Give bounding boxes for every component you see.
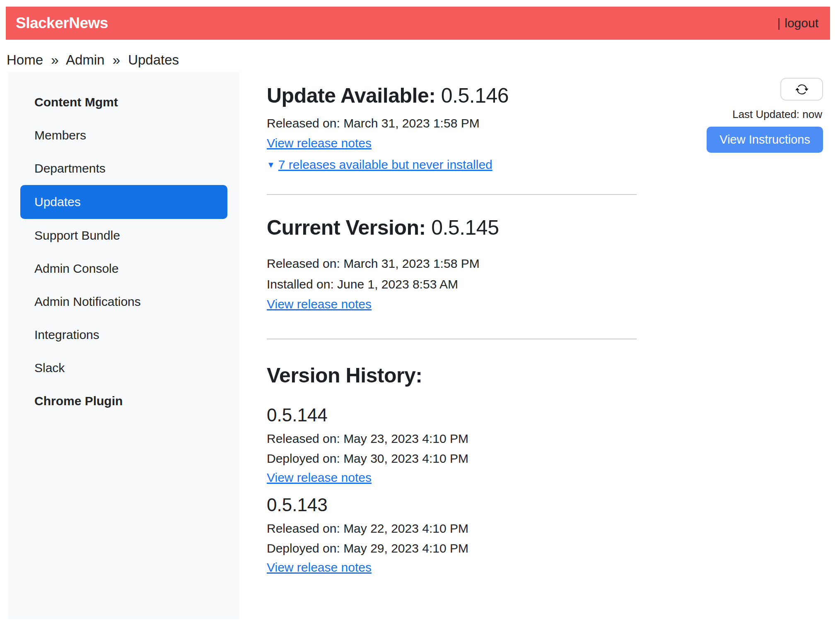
current-release-notes-link[interactable]: View release notes	[267, 297, 372, 311]
version-history-entry: 0.5.143 Released on: May 22, 2023 4:10 P…	[267, 495, 823, 575]
breadcrumb: Home » Admin » Updates	[7, 52, 840, 68]
breadcrumb-separator: »	[113, 52, 120, 67]
refresh-icon	[795, 83, 809, 96]
sidebar-item-admin-console[interactable]: Admin Console	[8, 252, 239, 285]
never-installed-releases-link[interactable]: ▼7 releases available but never installe…	[267, 158, 492, 171]
logout-separator: |	[777, 16, 780, 30]
breadcrumb-admin[interactable]: Admin	[66, 52, 105, 67]
update-actions: Last Updated: now View Instructions	[707, 78, 823, 153]
main-content: Last Updated: now View Instructions Upda…	[239, 72, 840, 582]
caret-down-icon: ▼	[267, 160, 275, 170]
sidebar-item-support-bundle[interactable]: Support Bundle	[8, 219, 239, 252]
last-updated-text: Last Updated: now	[732, 108, 822, 121]
sidebar-item-slack[interactable]: Slack	[8, 351, 239, 385]
refresh-button[interactable]	[780, 78, 823, 101]
update-available-label: Update Available:	[267, 84, 435, 107]
history-released-on: Released on: May 23, 2023 4:10 PM	[267, 430, 823, 447]
sidebar-item-integrations[interactable]: Integrations	[8, 318, 239, 351]
history-release-notes-link[interactable]: View release notes	[267, 471, 372, 484]
sidebar-nav: Content Mgmt Members Departments Updates…	[8, 72, 239, 619]
history-deployed-on: Deployed on: May 29, 2023 4:10 PM	[267, 540, 823, 557]
view-instructions-button[interactable]: View Instructions	[707, 127, 823, 153]
version-history-entry: 0.5.144 Released on: May 23, 2023 4:10 P…	[267, 405, 823, 485]
history-released-on: Released on: May 22, 2023 4:10 PM	[267, 520, 823, 537]
update-release-notes-link[interactable]: View release notes	[267, 136, 372, 150]
history-release-notes-link[interactable]: View release notes	[267, 560, 372, 574]
breadcrumb-updates: Updates	[128, 52, 179, 67]
never-installed-releases-label: 7 releases available but never installed	[278, 158, 492, 171]
page-layout: Content Mgmt Members Departments Updates…	[8, 72, 840, 619]
sidebar-item-members[interactable]: Members	[8, 119, 239, 152]
logout-link[interactable]: | logout	[777, 16, 818, 30]
current-released-on: Released on: March 31, 2023 1:58 PM	[267, 255, 823, 272]
section-divider	[267, 339, 637, 339]
current-version-number: 0.5.145	[431, 216, 499, 239]
sidebar-item-departments[interactable]: Departments	[8, 152, 239, 185]
breadcrumb-home[interactable]: Home	[7, 52, 43, 67]
sidebar-item-chrome-plugin[interactable]: Chrome Plugin	[8, 385, 239, 418]
history-version-number: 0.5.143	[267, 495, 823, 515]
brand-title[interactable]: SlackerNews	[16, 14, 108, 32]
current-installed-on: Installed on: June 1, 2023 8:53 AM	[267, 276, 823, 293]
version-history-heading: Version History:	[267, 363, 823, 387]
history-version-number: 0.5.144	[267, 405, 823, 425]
app-header: SlackerNews | logout	[6, 7, 830, 40]
update-available-version: 0.5.146	[441, 84, 509, 107]
breadcrumb-separator: »	[51, 52, 58, 67]
sidebar-item-content-mgmt[interactable]: Content Mgmt	[8, 86, 239, 119]
current-version-label: Current Version:	[267, 216, 426, 239]
sidebar-item-updates[interactable]: Updates	[20, 185, 227, 219]
sidebar-item-admin-notifications[interactable]: Admin Notifications	[8, 285, 239, 318]
section-divider	[267, 194, 637, 195]
current-version-heading: Current Version: 0.5.145	[267, 216, 823, 240]
history-deployed-on: Deployed on: May 30, 2023 4:10 PM	[267, 450, 823, 467]
logout-label: logout	[784, 16, 818, 30]
